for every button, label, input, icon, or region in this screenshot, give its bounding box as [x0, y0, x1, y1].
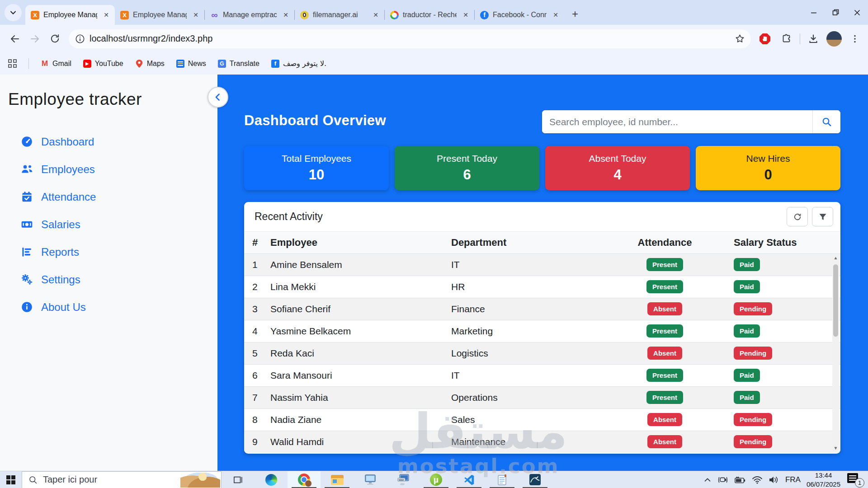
- battery-charging-icon[interactable]: [734, 476, 746, 484]
- filter-button[interactable]: [812, 207, 833, 226]
- department: Logistics: [451, 342, 600, 364]
- reload-button[interactable]: [46, 30, 63, 47]
- bookmark-label: Maps: [147, 60, 165, 68]
- tab-manage-emptracker[interactable]: ∞ Manage emptracke ✕: [205, 5, 294, 25]
- stat-card: Total Employees 10: [244, 146, 389, 190]
- bookmark-facebook[interactable]: fلا يتوفر وصف.: [271, 59, 326, 68]
- tab-close-icon[interactable]: ✕: [281, 10, 291, 20]
- chrome-menu-button[interactable]: [846, 30, 863, 47]
- sidebar-item-salaries[interactable]: Salaries: [0, 211, 217, 238]
- stat-value: 6: [463, 167, 471, 183]
- bookmark-label: لا يتوفر وصف.: [283, 59, 326, 68]
- bookmark-star-button[interactable]: [731, 30, 748, 47]
- tab-employee-manager-1[interactable]: X Employee Manager ✕: [25, 5, 115, 25]
- search-input[interactable]: [542, 110, 812, 133]
- sidebar-item-dashboard[interactable]: Dashboard: [0, 128, 217, 155]
- camera-icon[interactable]: [717, 475, 728, 484]
- search-button[interactable]: [812, 110, 840, 133]
- tab-facebook[interactable]: f Facebook - Conne ✕: [475, 5, 564, 25]
- task-view-button[interactable]: [222, 471, 255, 488]
- vscode-taskbar-icon[interactable]: [453, 471, 486, 488]
- new-tab-button[interactable]: +: [567, 6, 583, 22]
- bookmark-news[interactable]: News: [176, 60, 206, 68]
- volume-icon[interactable]: [769, 475, 779, 484]
- scroll-down-arrow[interactable]: ▼: [832, 445, 839, 452]
- url-text[interactable]: localhost/usrmngr2/index3.php: [90, 33, 731, 44]
- sidebar-item-attendance[interactable]: Attendance: [0, 183, 217, 211]
- notification-center-button[interactable]: 1: [846, 472, 864, 488]
- maps-pin-icon: [135, 60, 143, 68]
- tab-employee-manager-2[interactable]: X Employee Manager ✕: [115, 5, 204, 25]
- tab-title: Employee Manager: [43, 11, 97, 19]
- search-highlight-image[interactable]: [180, 472, 220, 488]
- tab-search-button[interactable]: [5, 4, 22, 21]
- table-row: 2 Lina Mekki HR Present Paid: [244, 276, 840, 298]
- profile-avatar[interactable]: [826, 31, 842, 47]
- department: IT: [451, 253, 600, 276]
- tab-traductor[interactable]: traductor - Recherc ✕: [385, 5, 474, 25]
- gears-icon: [21, 273, 33, 286]
- forward-button[interactable]: [26, 30, 43, 47]
- utorrent-taskbar-icon[interactable]: µ: [420, 471, 453, 488]
- downloads-button[interactable]: [805, 30, 822, 47]
- scrollbar-thumb[interactable]: [833, 264, 838, 337]
- mysql-taskbar-icon[interactable]: [519, 471, 552, 488]
- bookmark-translate[interactable]: GTranslate: [218, 60, 259, 68]
- stat-label: Total Employees: [282, 153, 351, 164]
- sidebar-item-about[interactable]: About Us: [0, 293, 217, 321]
- address-bar[interactable]: localhost/usrmngr2/index3.php: [69, 29, 751, 48]
- sidebar-item-settings[interactable]: Settings: [0, 266, 217, 293]
- site-info-icon[interactable]: [75, 34, 85, 44]
- salary-badge: Pending: [734, 302, 772, 315]
- remote-desktop-taskbar-icon[interactable]: [387, 471, 420, 488]
- facebook-icon: f: [480, 11, 489, 19]
- col-salary-status: Salary Status: [729, 232, 840, 253]
- tray-expand-icon[interactable]: [703, 476, 712, 484]
- minimize-button[interactable]: [803, 0, 825, 25]
- sidebar-collapse-button[interactable]: [208, 87, 228, 108]
- adblock-extension-button[interactable]: [756, 30, 774, 47]
- tab-title: traductor - Recherc: [403, 11, 457, 19]
- language-indicator[interactable]: FRA: [785, 475, 801, 484]
- file-explorer-taskbar-icon[interactable]: [321, 471, 354, 488]
- employee-name: Sara Mansouri: [270, 364, 451, 386]
- monitor-icon: [364, 474, 377, 486]
- owl-icon: [300, 11, 309, 19]
- sidebar: Employee tracker Dashboard Employees Att…: [0, 75, 217, 471]
- apps-grid-button[interactable]: [8, 59, 17, 68]
- tab-close-icon[interactable]: ✕: [101, 10, 111, 20]
- tab-close-icon[interactable]: ✕: [371, 10, 381, 20]
- toolbar-actions: [756, 30, 863, 47]
- clock[interactable]: 13:44 06/07/2025: [807, 471, 840, 488]
- tab-title: filemanager.ai: [313, 11, 367, 19]
- bookmark-maps[interactable]: Maps: [135, 60, 165, 68]
- report-chart-icon: [21, 246, 33, 258]
- tab-close-icon[interactable]: ✕: [551, 10, 561, 20]
- bookmark-youtube[interactable]: ▶YouTube: [83, 60, 123, 68]
- notepad-taskbar-icon[interactable]: [486, 471, 519, 488]
- extensions-button[interactable]: [778, 30, 795, 47]
- refresh-button[interactable]: [787, 207, 808, 226]
- wifi-icon[interactable]: [752, 476, 763, 484]
- my-computer-taskbar-icon[interactable]: [354, 471, 387, 488]
- sidebar-item-employees[interactable]: Employees: [0, 155, 217, 183]
- edge-taskbar-icon[interactable]: [255, 471, 288, 488]
- kebab-menu-icon: [850, 34, 860, 44]
- chrome-taskbar-icon[interactable]: [288, 471, 321, 488]
- start-button[interactable]: [0, 471, 22, 488]
- tab-filemanager[interactable]: filemanager.ai ✕: [295, 5, 384, 25]
- restore-button[interactable]: [825, 0, 846, 25]
- tab-close-icon[interactable]: ✕: [191, 10, 201, 20]
- sidebar-item-reports[interactable]: Reports: [0, 238, 217, 266]
- tab-close-icon[interactable]: ✕: [461, 10, 471, 20]
- close-button[interactable]: [846, 0, 868, 25]
- scroll-up-arrow[interactable]: ▲: [832, 254, 839, 262]
- chevron-left-icon: [213, 93, 222, 102]
- taskbar-search[interactable]: Taper ici pour: [22, 471, 222, 488]
- users-icon: [21, 163, 33, 175]
- table-scrollbar[interactable]: ▲ ▼: [832, 254, 839, 452]
- bookmark-gmail[interactable]: MGmail: [41, 60, 71, 68]
- toolbar-separator: [800, 33, 800, 44]
- back-button[interactable]: [6, 30, 24, 47]
- infinity-icon: ∞: [210, 11, 219, 19]
